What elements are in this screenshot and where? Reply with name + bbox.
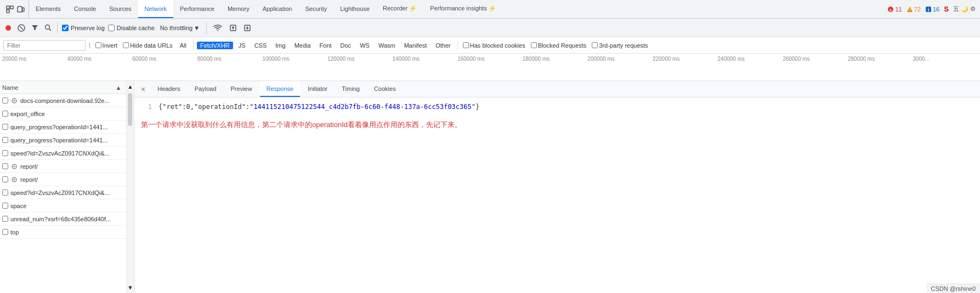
tab-performance[interactable]: Performance bbox=[173, 0, 221, 18]
network-list-panel: Name ▲ docs-component-download.92e...exp… bbox=[0, 81, 134, 293]
tab-network[interactable]: Network bbox=[138, 0, 173, 18]
network-list-item[interactable]: report/ bbox=[0, 160, 126, 173]
network-list-item[interactable]: report/ bbox=[0, 173, 126, 186]
timeline-label: 80000 ms bbox=[197, 56, 263, 62]
filter-all-btn[interactable]: All bbox=[177, 42, 190, 49]
row-checkbox[interactable] bbox=[2, 163, 8, 169]
tab-bar: Elements Console Sources Network Perform… bbox=[0, 0, 980, 19]
filter-doc-btn[interactable]: Doc bbox=[337, 42, 355, 49]
filter-media-btn[interactable]: Media bbox=[291, 42, 314, 49]
invert-checkbox[interactable] bbox=[95, 42, 101, 48]
preserve-log-checkbox[interactable] bbox=[62, 25, 69, 31]
network-list-scrollbar[interactable]: ▲ ▼ bbox=[126, 81, 134, 293]
info-badge[interactable]: i 16 bbox=[925, 6, 939, 13]
has-blocked-cookies-label[interactable]: Has blocked cookies bbox=[461, 42, 527, 49]
scrollbar-down-button[interactable]: ▼ bbox=[127, 282, 134, 293]
tab-lighthouse[interactable]: Lighthouse bbox=[333, 0, 376, 18]
tab-memory[interactable]: Memory bbox=[221, 0, 256, 18]
filter-other-btn[interactable]: Other bbox=[432, 42, 454, 49]
disable-cache-label[interactable]: Disable cache bbox=[108, 25, 155, 31]
network-list-item[interactable]: query_progress?operationId=1441... bbox=[0, 134, 126, 147]
wifi-icon[interactable] bbox=[211, 23, 224, 33]
close-detail-button[interactable]: × bbox=[137, 81, 150, 97]
download-har-button[interactable] bbox=[242, 23, 253, 33]
subtab-cookies[interactable]: Cookies bbox=[367, 81, 403, 97]
error-badge[interactable]: × 11 bbox=[887, 6, 902, 13]
network-list-item[interactable]: top bbox=[0, 226, 126, 239]
devtools-icons bbox=[2, 0, 29, 18]
network-list-item[interactable]: docs-component-download.92e... bbox=[0, 94, 126, 107]
hide-data-urls-label[interactable]: Hide data URLs bbox=[121, 42, 174, 49]
row-checkbox[interactable] bbox=[2, 229, 8, 235]
tab-application[interactable]: Application bbox=[256, 0, 299, 18]
row-checkbox[interactable] bbox=[2, 97, 8, 104]
network-toolbar: Preserve log Disable cache No throttling… bbox=[0, 19, 980, 37]
network-list-item[interactable]: export_office bbox=[0, 107, 126, 120]
invert-filter-label[interactable]: Invert bbox=[94, 42, 120, 49]
tab-performance-insights[interactable]: Performance insights ⚡ bbox=[423, 0, 502, 18]
filter-toggle-button[interactable] bbox=[30, 23, 39, 33]
main-content: Name ▲ docs-component-download.92e...exp… bbox=[0, 81, 980, 293]
tab-security[interactable]: Security bbox=[298, 0, 333, 18]
subtab-payload[interactable]: Payload bbox=[188, 81, 223, 97]
search-button[interactable] bbox=[43, 23, 53, 33]
third-party-requests-checkbox[interactable] bbox=[592, 42, 598, 48]
network-list-item[interactable]: speed?id=ZvszvAcZ0917CNXdQi&... bbox=[0, 186, 126, 199]
scroll-up-arrow[interactable]: ▲ bbox=[113, 82, 124, 93]
warn-badge[interactable]: ! 72 bbox=[907, 6, 921, 13]
network-list-item[interactable]: query_progress?operationId=1441... bbox=[0, 120, 126, 134]
filter-fetch-xhr-btn[interactable]: Fetch/XHR bbox=[197, 42, 233, 49]
svg-line-15 bbox=[49, 29, 51, 31]
preserve-log-label[interactable]: Preserve log bbox=[62, 25, 105, 31]
network-list-header: Name ▲ bbox=[0, 81, 126, 94]
disable-cache-checkbox[interactable] bbox=[108, 25, 115, 31]
row-checkbox[interactable] bbox=[2, 216, 8, 222]
row-checkbox[interactable] bbox=[2, 111, 8, 117]
blocked-requests-label[interactable]: Blocked Requests bbox=[529, 42, 588, 49]
network-list-item[interactable]: speed?id=ZvszvAcZ0917CNXdQi&... bbox=[0, 147, 126, 160]
filter-ws-btn[interactable]: WS bbox=[356, 42, 373, 49]
row-checkbox[interactable] bbox=[2, 150, 8, 156]
timeline-label: 120000 ms bbox=[327, 56, 393, 62]
subtab-initiator[interactable]: Initiator bbox=[301, 81, 334, 97]
subtab-preview[interactable]: Preview bbox=[224, 81, 259, 97]
blocked-requests-checkbox[interactable] bbox=[531, 42, 537, 48]
row-checkbox[interactable] bbox=[2, 203, 8, 209]
toolbar-divider-1 bbox=[57, 22, 58, 33]
hide-data-urls-checkbox[interactable] bbox=[123, 42, 129, 48]
row-checkbox[interactable] bbox=[2, 189, 8, 196]
tab-sources[interactable]: Sources bbox=[103, 0, 138, 18]
filter-input[interactable] bbox=[3, 40, 86, 51]
filter-js-btn[interactable]: JS bbox=[235, 42, 249, 49]
filter-separator-2 bbox=[193, 41, 194, 50]
network-list-body[interactable]: docs-component-download.92e...export_off… bbox=[0, 94, 126, 293]
network-list-item[interactable]: unread_num?xsrf=68c435e806d40f... bbox=[0, 212, 126, 226]
upload-har-button[interactable] bbox=[228, 23, 239, 33]
record-button[interactable] bbox=[3, 23, 13, 33]
tab-console[interactable]: Console bbox=[67, 0, 103, 18]
network-list-item[interactable]: space bbox=[0, 199, 126, 212]
row-checkbox[interactable] bbox=[2, 137, 8, 143]
device-toggle-icon[interactable] bbox=[16, 5, 25, 14]
subtab-headers[interactable]: Headers bbox=[151, 81, 187, 97]
filter-manifest-btn[interactable]: Manifest bbox=[401, 42, 430, 49]
filter-css-btn[interactable]: CSS bbox=[251, 42, 270, 49]
tab-recorder[interactable]: Recorder ⚡ bbox=[376, 0, 423, 18]
tab-elements[interactable]: Elements bbox=[29, 0, 67, 18]
user-menu[interactable]: 五 🌙 ⚙ bbox=[953, 5, 976, 13]
filter-font-btn[interactable]: Font bbox=[316, 42, 335, 49]
row-checkbox[interactable] bbox=[2, 124, 8, 130]
filter-separator-3 bbox=[457, 41, 458, 50]
row-checkbox[interactable] bbox=[2, 176, 8, 182]
scrollbar-up-button[interactable]: ▲ bbox=[127, 81, 134, 92]
filter-wasm-btn[interactable]: Wasm bbox=[375, 42, 399, 49]
filter-img-btn[interactable]: Img bbox=[272, 42, 288, 49]
subtab-response[interactable]: Response bbox=[260, 81, 301, 97]
third-party-requests-label[interactable]: 3rd-party requests bbox=[590, 42, 649, 49]
inspect-icon[interactable] bbox=[5, 5, 14, 14]
throttle-select[interactable]: No throttling ▼ bbox=[158, 24, 202, 32]
has-blocked-cookies-checkbox[interactable] bbox=[463, 42, 469, 48]
subtab-timing[interactable]: Timing bbox=[335, 81, 366, 97]
scrollbar-thumb[interactable] bbox=[128, 93, 132, 126]
clear-button[interactable] bbox=[16, 23, 26, 33]
